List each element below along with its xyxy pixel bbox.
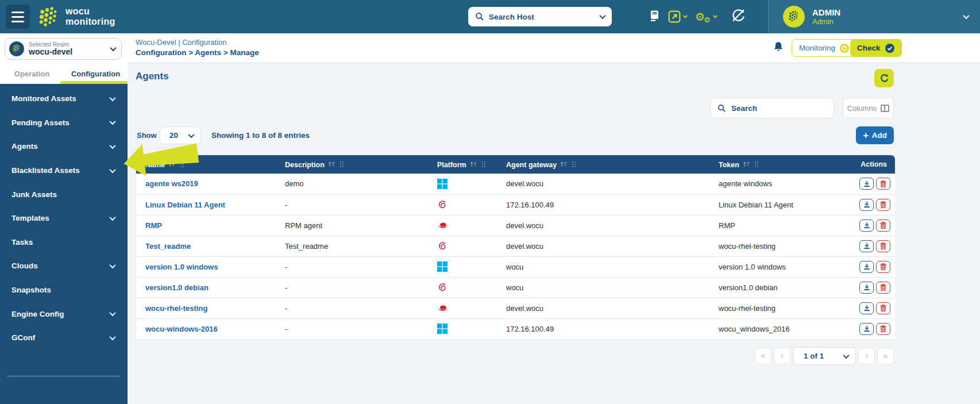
sync-off-icon[interactable] <box>731 8 746 25</box>
last-page-button[interactable]: » <box>877 348 894 364</box>
table-row: wocu-rhel-testing-devel.wocuwocu-rhel-te… <box>136 298 895 318</box>
settings-menu[interactable]: ⚙⚙ <box>695 10 717 24</box>
column-label: Agent gateway <box>506 161 557 169</box>
delete-agent-button[interactable] <box>876 282 890 294</box>
check-button[interactable]: Check <box>850 39 902 57</box>
page-size-select[interactable]: 20 <box>160 126 201 144</box>
tab-operation[interactable]: Operation <box>0 66 64 84</box>
drag-handle-icon[interactable] <box>339 161 344 168</box>
table-row: RMPRPM agentdevel.wocuRMP <box>136 215 895 236</box>
show-label: Show <box>137 131 157 140</box>
table-search-input[interactable]: Search <box>710 98 834 118</box>
delete-agent-button[interactable] <box>876 323 890 335</box>
download-icon <box>863 283 871 291</box>
refresh-button[interactable] <box>874 69 894 87</box>
column-header-description[interactable]: Description <box>276 155 428 174</box>
delete-agent-button[interactable] <box>876 302 890 314</box>
download-agent-button[interactable] <box>859 302 874 314</box>
first-page-button[interactable]: « <box>755 348 771 364</box>
agent-name-link[interactable]: Test_readme <box>145 242 191 251</box>
delete-agent-button[interactable] <box>876 240 890 252</box>
main-content: Agents Search Columns Show 20 Showing 1 … <box>128 63 980 404</box>
column-header-agent-gateway[interactable]: Agent gateway <box>497 155 709 174</box>
chevron-down-icon <box>109 167 115 173</box>
agent-name-link[interactable]: wocu-windows-2016 <box>145 325 218 333</box>
add-button-label: Add <box>872 131 887 140</box>
debian-icon <box>437 241 447 251</box>
top-navbar: wocu monitoring Search Host ⚙⚙ <box>0 0 980 33</box>
notifications-bell-icon[interactable] <box>772 41 785 53</box>
download-agent-button[interactable] <box>859 261 874 273</box>
next-page-button[interactable]: › <box>858 348 875 364</box>
chevron-down-icon <box>683 13 688 18</box>
download-agent-button[interactable] <box>859 220 874 232</box>
agent-gateway: devel.wocu <box>497 174 709 194</box>
search-placeholder: Search <box>731 104 757 113</box>
page-selector[interactable]: 1 of 1 <box>793 347 856 365</box>
search-icon <box>717 104 726 113</box>
delete-agent-button[interactable] <box>876 178 890 190</box>
monitoring-eye-icon <box>839 43 850 53</box>
agent-token: RMP <box>709 215 850 236</box>
chevron-down-icon <box>599 13 605 19</box>
sidebar-item-agents[interactable]: Agents <box>0 134 128 159</box>
previous-page-button[interactable]: ‹ <box>774 348 790 364</box>
sidebar-item-tasks[interactable]: Tasks <box>0 230 128 255</box>
sidebar-item-engine-config[interactable]: Engine Config <box>0 302 128 326</box>
sort-icon[interactable] <box>470 160 477 168</box>
sidebar-item-gconf[interactable]: GConf <box>0 326 128 350</box>
drag-handle-icon[interactable] <box>481 161 486 168</box>
agent-name-link[interactable]: version1.0 debian <box>145 283 209 292</box>
monitoring-button-label: Monitoring <box>799 44 835 52</box>
agent-name-link[interactable]: agente ws2019 <box>145 179 198 188</box>
drag-handle-icon[interactable] <box>180 161 184 168</box>
download-agent-button[interactable] <box>859 240 874 252</box>
manual-book-icon[interactable] <box>649 10 660 24</box>
trash-icon <box>879 325 887 333</box>
hamburger-menu-button[interactable] <box>6 5 30 29</box>
sort-icon[interactable] <box>168 160 176 168</box>
agent-name-link[interactable]: Linux Debian 11 Agent <box>145 201 225 209</box>
download-icon <box>863 263 871 271</box>
sidebar-item-junk-assets[interactable]: Junk Assets <box>0 182 128 206</box>
realm-selector[interactable]: Selected Realm wocu-devel <box>5 38 122 60</box>
sidebar-item-snapshots[interactable]: Snapshots <box>0 278 128 302</box>
drag-handle-icon[interactable] <box>572 161 576 168</box>
sidebar-item-clouds[interactable]: Clouds <box>0 254 128 278</box>
sidebar-item-label: Monitored Assets <box>11 94 110 103</box>
breadcrumb[interactable]: Configuration > Agents > Manage <box>136 48 259 57</box>
delete-agent-button[interactable] <box>876 199 890 211</box>
add-agent-button[interactable]: + Add <box>856 126 894 144</box>
sidebar-item-pending-assets[interactable]: Pending Assets <box>0 111 128 135</box>
column-header-platform[interactable]: Platform <box>428 155 497 174</box>
external-link-menu[interactable] <box>668 10 687 23</box>
user-menu[interactable]: ADMIN Admin <box>769 0 980 33</box>
column-header-token[interactable]: Token <box>709 155 850 174</box>
agent-name-link[interactable]: wocu-rhel-testing <box>145 304 207 313</box>
sort-icon[interactable] <box>560 160 568 168</box>
delete-agent-button[interactable] <box>876 220 890 232</box>
search-icon <box>475 12 484 21</box>
avatar <box>782 5 805 28</box>
delete-agent-button[interactable] <box>876 261 890 273</box>
chevron-down-icon <box>109 214 115 221</box>
breadcrumb-realm[interactable]: Wocu-Devel | Configuration <box>136 38 227 47</box>
sidebar-item-monitored-assets[interactable]: Monitored Assets <box>0 87 128 111</box>
column-header-name[interactable]: Name <box>136 155 276 174</box>
monitoring-button[interactable]: Monitoring <box>792 39 857 57</box>
download-agent-button[interactable] <box>859 323 874 335</box>
download-agent-button[interactable] <box>859 282 874 294</box>
drag-handle-icon[interactable] <box>754 161 759 168</box>
sort-icon[interactable] <box>743 160 750 168</box>
sort-icon[interactable] <box>328 160 335 168</box>
download-agent-button[interactable] <box>859 199 874 211</box>
sidebar-item-blacklisted-assets[interactable]: Blacklisted Assets <box>0 159 128 183</box>
columns-button[interactable]: Columns <box>843 98 894 118</box>
search-host-select[interactable]: Search Host <box>468 7 612 26</box>
download-agent-button[interactable] <box>859 178 874 190</box>
agent-name-link[interactable]: version 1.0 windows <box>145 263 218 271</box>
sidebar-item-templates[interactable]: Templates <box>0 206 128 230</box>
agent-name-link[interactable]: RMP <box>145 221 162 230</box>
sidebar-item-label: Agents <box>11 142 110 151</box>
chevron-down-icon <box>109 118 115 125</box>
